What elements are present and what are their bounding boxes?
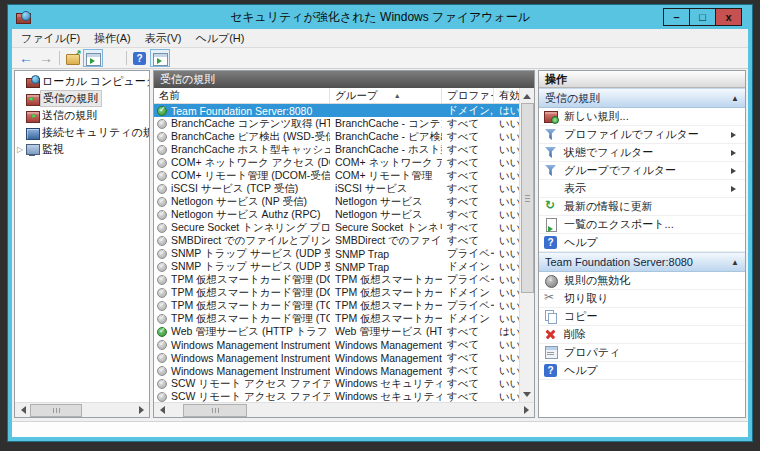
expand-icon[interactable]: ▷ [15,145,25,154]
column-header-enabled[interactable]: 有効 [494,88,519,103]
rule-name-cell: Windows Management Instrumentat... [154,352,330,364]
toolbar-action-pane-button[interactable] [150,49,170,67]
scroll-left-icon [156,406,165,414]
table-row[interactable]: BranchCache コンテンツ取得 (HTTP-受信)BranchCache… [154,117,519,130]
scroll-left-button[interactable] [154,403,169,418]
rule-name-cell: SCW リモート アクセス ファイアウォール規則 -... [154,390,330,403]
action-item[interactable]: 切り取り [539,290,745,308]
table-row[interactable]: BranchCache ホスト型キャッシュ サーバー (...BranchCac… [154,143,519,156]
forward-icon [39,52,53,65]
column-header-group[interactable]: グループ ▲ [330,88,442,103]
menu-item-action[interactable]: 操作(A) [87,29,138,47]
scrollbar-thumb[interactable] [183,404,247,417]
table-row[interactable]: Netlogon サービス (NP 受信)Netlogon サービスすべていいえ [154,195,519,208]
tree-item-3[interactable]: 接続セキュリティの規則 [15,124,149,141]
action-item[interactable]: 規則の無効化 [539,272,745,290]
maximize-button[interactable]: □ [689,8,716,26]
rule-enabled-cell: いいえ [494,338,519,352]
tree-item-label: 監視 [40,142,67,157]
list-vertical-scrollbar[interactable] [519,88,534,402]
action-item-label: 新しい規則... [564,109,629,124]
minimize-button[interactable]: – [663,8,690,26]
menu-item-view[interactable]: 表示(V) [138,29,189,47]
tree-root-node[interactable]: ローカル コンピューター のセキュリテ [15,73,149,90]
tree-horizontal-scrollbar[interactable] [15,402,149,417]
rule-name: SNMP トラップ サービス (UDP 受信) [171,247,330,261]
rule-profile-cell: すべて [442,130,494,144]
rule-enabled-cell: いいえ [494,234,519,248]
table-row[interactable]: Windows Management Instrumentat...Window… [154,351,519,364]
table-row[interactable]: Web 管理サービス (HTTP トラフィック)Web 管理サービス (HTTP… [154,325,519,338]
action-item[interactable]: 一覧のエクスポート... [539,216,745,234]
table-row[interactable]: SCW リモート アクセス ファイアウォール規則 -...Windows セキュ… [154,390,519,402]
table-row[interactable]: TPM 仮想スマートカード管理 (TCP 受信)TPM 仮想スマートカード管理ド… [154,312,519,325]
filter-icon [544,128,558,141]
close-button[interactable]: x [715,8,742,26]
scroll-down-button[interactable] [520,387,535,402]
table-row[interactable]: Netlogon サービス Authz (RPC)Netlogon サービスすべ… [154,208,519,221]
scrollbar-thumb[interactable] [521,103,534,293]
title-bar[interactable]: セキュリティが強化された Windows ファイアウォール – □ x [12,5,748,29]
action-item[interactable]: 状態でフィルター [539,144,745,162]
action-section-header[interactable]: 受信の規則▲ [539,88,745,108]
table-row[interactable]: Windows Management Instrumentat...Window… [154,338,519,351]
menu-item-file[interactable]: ファイル(F) [14,29,87,47]
table-row[interactable]: SNMP トラップ サービス (UDP 受信)SNMP Trapドメインいいえ [154,260,519,273]
tree-item-2[interactable]: 送信の規則 [15,107,149,124]
action-item[interactable]: グループでフィルター [539,162,745,180]
toolbar-forward-button[interactable] [36,49,56,67]
table-row[interactable]: COM+ リモート管理 (DCOM-受信)COM+ リモート管理すべていいえ [154,169,519,182]
scroll-right-button[interactable] [134,403,149,418]
table-row[interactable]: iSCSI サービス (TCP 受信)iSCSI サービスすべていいえ [154,182,519,195]
table-row[interactable]: SNMP トラップ サービス (UDP 受信)SNMP Trapプライベー...… [154,247,519,260]
column-header-name[interactable]: 名前 [154,88,330,103]
disable-rule-icon [544,274,558,287]
action-item[interactable]: ヘルプ [539,234,745,252]
table-row[interactable]: BranchCache ピア検出 (WSD-受信)BranchCache - ピ… [154,130,519,143]
scroll-left-button[interactable] [15,403,30,418]
list-horizontal-scrollbar[interactable] [154,402,534,417]
rule-disabled-icon [157,340,167,350]
scroll-right-button[interactable] [519,403,534,418]
rule-enabled-cell: はい [494,325,519,339]
toolbar-console-tree-button[interactable] [83,49,103,67]
action-item[interactable]: 新しい規則... [539,108,745,126]
scroll-up-icon [523,90,531,99]
tree-item-1[interactable]: 受信の規則 [15,90,149,107]
toolbar-folder-up-button[interactable] [63,49,83,67]
action-item[interactable]: 表示 [539,180,745,198]
toolbar-back-button[interactable] [16,49,36,67]
help-icon [544,236,558,249]
action-item[interactable]: ヘルプ [539,362,745,380]
collapse-icon[interactable]: ▲ [731,94,739,103]
table-row[interactable]: COM+ ネットワーク アクセス (DCOM-受信)COM+ ネットワーク アク… [154,156,519,169]
scroll-left-icon [17,406,26,414]
table-row[interactable]: SCW リモート アクセス ファイアウォール規則 -...Windows セキュ… [154,377,519,390]
rule-disabled-icon [157,210,167,220]
action-item[interactable]: プロファイルでフィルター [539,126,745,144]
tree-item-4[interactable]: ▷監視 [15,141,149,158]
table-row[interactable]: Windows Management Instrumentat...Window… [154,364,519,377]
table-row[interactable]: TPM 仮想スマートカード管理 (DCOM 受信)TPM 仮想スマートカード管理… [154,273,519,286]
toolbar-help-button[interactable] [130,49,150,67]
scrollbar-thumb[interactable] [30,404,82,417]
action-item[interactable]: プロパティ [539,344,745,362]
action-item[interactable]: 削除 [539,326,745,344]
table-row[interactable]: TPM 仮想スマートカード管理 (DCOM 受信)TPM 仮想スマートカード管理… [154,286,519,299]
table-row[interactable]: TPM 仮想スマートカード管理 (TCP 受信)TPM 仮想スマートカード管理プ… [154,299,519,312]
scroll-up-button[interactable] [520,88,535,103]
menu-item-help[interactable]: ヘルプ(H) [188,29,251,47]
toolbar-export-list-button[interactable] [103,49,123,67]
column-header-profile[interactable]: プロファイル [442,88,494,103]
rule-name: TPM 仮想スマートカード管理 (TCP 受信) [171,312,330,326]
action-section-header[interactable]: Team Foundation Server:8080▲ [539,252,745,272]
action-item[interactable]: 最新の情報に更新 [539,198,745,216]
collapse-icon[interactable]: ▲ [731,258,739,267]
table-row[interactable]: Secure Socket トンネリング プロトコル (SS...Secure … [154,221,519,234]
table-row[interactable]: Team Foundation Server:8080ドメイン, プ...はい [154,104,519,117]
action-item[interactable]: コピー [539,308,745,326]
rule-group-cell: Windows Management I... [330,339,442,351]
table-row[interactable]: SMBDirect でのファイルとプリンターの共有 (...SMBDirect … [154,234,519,247]
rule-name-cell: iSCSI サービス (TCP 受信) [154,182,330,196]
export-icon [544,218,558,231]
